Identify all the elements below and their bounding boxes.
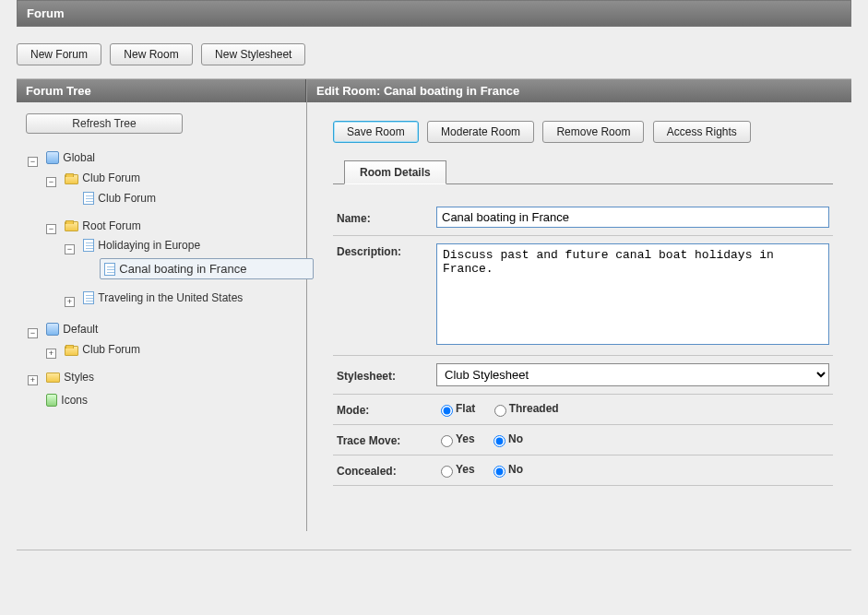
page-title: Forum — [27, 6, 64, 20]
mode-flat-label[interactable]: Flat — [436, 402, 475, 415]
tree-node-traveling[interactable]: Traveling in the United States — [81, 290, 246, 305]
concealed-radio-group: Yes No — [436, 463, 829, 478]
tree-label: Club Forum — [82, 171, 140, 184]
tree-node-canal-selected[interactable]: Canal boating in France — [100, 258, 314, 279]
folder-icon — [65, 346, 78, 356]
tree-node-default[interactable]: Default — [44, 322, 101, 337]
tree-node-root-forum[interactable]: Root Forum — [63, 219, 144, 233]
room-toolbar: Save Room Moderate Room Remove Room Acce… — [333, 121, 833, 143]
forum-tree-title: Forum Tree — [26, 84, 91, 98]
tree-node-icons[interactable]: Icons — [44, 393, 91, 408]
mode-threaded-label[interactable]: Threaded — [490, 402, 559, 415]
trace-no-label[interactable]: No — [489, 432, 523, 445]
tree-label: Icons — [61, 394, 88, 407]
folder-icon — [65, 174, 78, 184]
concealed-yes-radio[interactable] — [441, 466, 453, 478]
tree-node-club-forum-page[interactable]: Club Forum — [81, 191, 160, 206]
globe-icon — [46, 151, 59, 164]
concealed-no-label[interactable]: No — [489, 463, 523, 476]
page-header: Forum — [17, 0, 851, 27]
folder-icon — [65, 221, 78, 231]
page-icon — [83, 192, 94, 205]
collapse-icon[interactable]: − — [28, 328, 38, 338]
tree-label: Traveling in the United States — [98, 291, 243, 304]
new-room-button[interactable]: New Room — [110, 43, 192, 65]
footer-divider — [17, 550, 851, 550]
mode-flat-radio[interactable] — [441, 405, 453, 417]
trace-yes-radio[interactable] — [441, 435, 453, 447]
tree-node-club-forum[interactable]: Club Forum — [63, 171, 144, 185]
trace-yes-label[interactable]: Yes — [436, 432, 475, 445]
remove-room-button[interactable]: Remove Room — [542, 121, 644, 143]
moderate-room-button[interactable]: Moderate Room — [427, 121, 534, 143]
forum-tree: − Global − Club Forum — [26, 147, 297, 413]
name-input[interactable] — [436, 207, 829, 228]
trace-no-radio[interactable] — [493, 435, 505, 447]
globe-icon — [46, 323, 59, 336]
spacer — [65, 195, 75, 205]
folder-icon — [46, 373, 60, 383]
expand-icon[interactable]: + — [65, 297, 75, 307]
tab-bar: Room Details — [333, 160, 833, 184]
tree-label: Club Forum — [82, 343, 140, 356]
mode-radio-group: Flat Threaded — [436, 402, 829, 417]
collapse-icon[interactable]: − — [46, 177, 56, 187]
tree-label: Default — [63, 323, 98, 336]
tree-node-default-club[interactable]: Club Forum — [63, 342, 144, 357]
tree-node-holidaying[interactable]: Holidaying in Europe — [81, 238, 204, 253]
page-icon — [104, 263, 115, 276]
new-forum-button[interactable]: New Forum — [17, 43, 101, 65]
label-concealed: Concealed: — [337, 463, 436, 478]
refresh-tree-button[interactable]: Refresh Tree — [26, 113, 183, 134]
collapse-icon[interactable]: − — [46, 224, 56, 234]
tree-node-styles[interactable]: Styles — [44, 370, 98, 384]
label-description: Description: — [337, 243, 436, 258]
page-icon — [83, 291, 94, 304]
mode-threaded-radio[interactable] — [494, 405, 506, 417]
collapse-icon[interactable]: − — [28, 157, 38, 167]
collapse-icon[interactable]: − — [65, 244, 75, 254]
edit-room-title: Edit Room: Canal boating in France — [316, 84, 519, 98]
description-textarea[interactable] — [436, 243, 829, 345]
tree-label: Styles — [64, 371, 94, 384]
concealed-yes-label[interactable]: Yes — [436, 463, 475, 476]
spacer — [28, 396, 38, 407]
label-trace: Trace Move: — [337, 432, 436, 447]
spacer — [83, 266, 93, 276]
tree-label: Holidaying in Europe — [98, 239, 200, 252]
label-name: Name: — [337, 210, 436, 225]
icons-icon — [46, 394, 57, 407]
tab-room-details[interactable]: Room Details — [344, 160, 446, 184]
trace-radio-group: Yes No — [436, 432, 829, 447]
save-room-button[interactable]: Save Room — [333, 121, 419, 143]
forum-tree-header: Forum Tree — [17, 79, 306, 102]
edit-room-header: Edit Room: Canal boating in France — [307, 79, 851, 102]
concealed-no-radio[interactable] — [493, 466, 505, 478]
tree-label: Root Forum — [82, 219, 140, 232]
expand-icon[interactable]: + — [28, 375, 38, 385]
expand-icon[interactable]: + — [46, 349, 56, 359]
stylesheet-select[interactable]: Club Stylesheet — [436, 363, 829, 386]
tree-label: Global — [63, 151, 95, 164]
tree-node-global[interactable]: Global — [44, 150, 99, 165]
top-toolbar: New Forum New Room New Stylesheet — [17, 36, 851, 79]
access-rights-button[interactable]: Access Rights — [653, 121, 751, 143]
tree-label: Club Forum — [98, 192, 156, 205]
label-stylesheet: Stylesheet: — [337, 368, 436, 383]
label-mode: Mode: — [337, 402, 436, 417]
page-icon — [83, 239, 94, 252]
new-stylesheet-button[interactable]: New Stylesheet — [201, 43, 305, 65]
tree-label: Canal boating in France — [119, 262, 246, 276]
